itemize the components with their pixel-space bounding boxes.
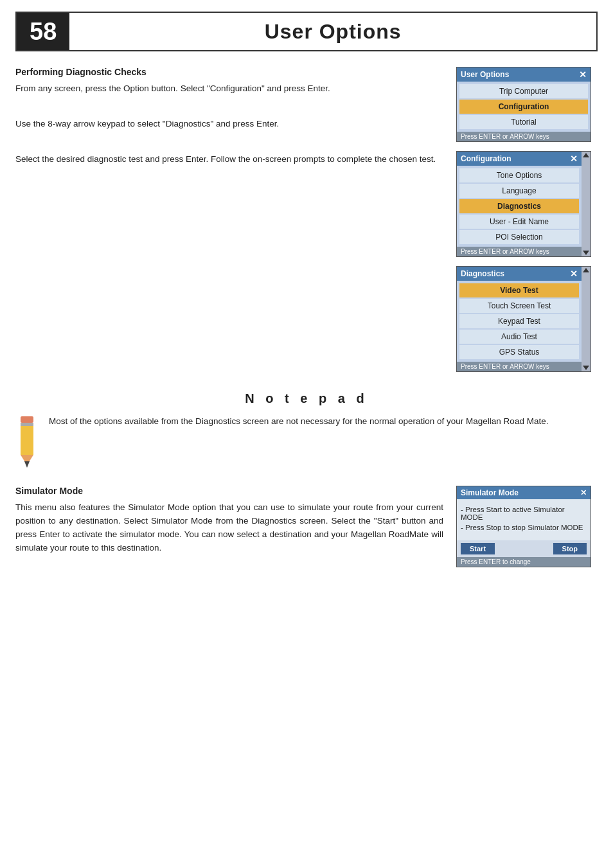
notepad-content: Most of the options available from the D…: [15, 415, 598, 468]
sim-panel-body: - Press Start to active Simulator MODE -…: [457, 499, 591, 540]
config-item-tone[interactable]: Tone Options: [459, 168, 579, 182]
diag-item-gps[interactable]: GPS Status: [459, 345, 579, 359]
diag-close-icon[interactable]: ✕: [570, 269, 578, 279]
simulator-right: Simulator Mode ✕ - Press Start to active…: [456, 486, 598, 567]
config-scrollbar: [582, 152, 591, 256]
sim-close-icon[interactable]: ✕: [580, 488, 587, 497]
diag-scrollbar: [582, 267, 591, 371]
config-body: Tone Options Language Diagnostics User -…: [457, 166, 582, 247]
svg-rect-0: [21, 416, 33, 423]
config-panel-main: Configuration ✕ Tone Options Language Di…: [457, 152, 582, 256]
diag-item-video[interactable]: Video Test: [459, 283, 579, 297]
sim-panel-footer: Press ENTER to change: [457, 557, 591, 567]
diag-header: Diagnostics ✕: [457, 267, 582, 281]
simulator-para: This menu also features the Simulator Mo…: [15, 501, 443, 555]
diag-item-touchscreen[interactable]: Touch Screen Test: [459, 299, 579, 313]
section1-para2: Use the 8-way arrow keypad to select "Di…: [15, 118, 437, 131]
sim-start-button[interactable]: Start: [461, 543, 495, 554]
diag-scroll-down-icon[interactable]: [583, 366, 589, 370]
user-options-close-icon[interactable]: ✕: [579, 69, 587, 80]
diag-item-keypad[interactable]: Keypad Test: [459, 314, 579, 328]
diag-panel-main: Diagnostics ✕ Video Test Touch Screen Te…: [457, 267, 582, 371]
config-title: Configuration: [461, 154, 511, 163]
diagnostics-panel: Diagnostics ✕ Video Test Touch Screen Te…: [456, 266, 591, 372]
user-options-body: Trip Computer Configuration Tutorial: [457, 82, 591, 132]
sim-line2: - Press Stop to stop Simulator MODE: [461, 522, 587, 533]
user-options-item-tutorial[interactable]: Tutorial: [459, 115, 588, 129]
svg-rect-2: [21, 426, 33, 455]
user-options-item-trip[interactable]: Trip Computer: [459, 84, 588, 98]
simulator-left: Simulator Mode This menu also features t…: [15, 486, 443, 567]
config-item-diagnostics[interactable]: Diagnostics: [459, 199, 579, 213]
sim-panel-header: Simulator Mode ✕: [457, 486, 591, 499]
simulator-heading: Simulator Mode: [15, 486, 443, 496]
notepad-section: N o t e p a d Most of the options availa…: [15, 391, 598, 468]
config-scroll-down-icon[interactable]: [583, 251, 589, 255]
notepad-title: N o t e p a d: [15, 391, 598, 406]
svg-rect-1: [21, 423, 33, 426]
diag-title: Diagnostics: [461, 269, 504, 278]
section1-heading: Performing Diagnostic Checks: [15, 67, 437, 77]
diag-scroll-up-icon[interactable]: [583, 268, 589, 272]
user-options-title: User Options: [461, 70, 509, 79]
config-footer: Press ENTER or ARROW keys: [457, 247, 582, 256]
user-options-item-config[interactable]: Configuration: [459, 100, 588, 114]
sim-panel-title: Simulator Mode: [461, 488, 519, 497]
left-column: Performing Diagnostic Checks From any sc…: [15, 67, 443, 372]
simulator-panel: Simulator Mode ✕ - Press Start to active…: [456, 486, 591, 567]
user-options-footer: Press ENTER or ARROW keys: [457, 132, 591, 141]
sim-line1: - Press Start to active Simulator MODE: [461, 504, 587, 522]
config-close-icon[interactable]: ✕: [570, 154, 578, 164]
pencil-icon: [15, 416, 39, 468]
config-item-language[interactable]: Language: [459, 184, 579, 198]
page-header: 58 User Options: [15, 12, 598, 51]
user-options-panel: User Options ✕ Trip Computer Configurati…: [456, 67, 591, 142]
svg-marker-4: [24, 461, 30, 468]
section1-para1: From any screen, press the Option button…: [15, 82, 437, 96]
diag-panel-scroll-container: Diagnostics ✕ Video Test Touch Screen Te…: [457, 267, 591, 371]
sim-panel-buttons: Start Stop: [457, 540, 591, 557]
config-item-editname[interactable]: User - Edit Name: [459, 215, 579, 229]
config-scroll-up-icon[interactable]: [583, 153, 589, 157]
simulator-section: Simulator Mode This menu also features t…: [0, 468, 613, 567]
diag-item-audio[interactable]: Audio Test: [459, 330, 579, 344]
config-header: Configuration ✕: [457, 152, 582, 166]
config-panel-scroll-container: Configuration ✕ Tone Options Language Di…: [457, 152, 591, 256]
page-title: User Options: [69, 13, 596, 50]
page-number: 58: [17, 13, 69, 50]
user-options-header: User Options ✕: [457, 67, 591, 82]
main-content: Performing Diagnostic Checks From any sc…: [0, 51, 613, 372]
config-item-poi[interactable]: POI Selection: [459, 230, 579, 244]
section1-para3: Select the desired diagnostic test and p…: [15, 153, 437, 166]
sim-stop-button[interactable]: Stop: [553, 543, 587, 554]
notepad-text: Most of the options available from the D…: [49, 415, 548, 429]
right-column: User Options ✕ Trip Computer Configurati…: [456, 67, 598, 372]
diag-body: Video Test Touch Screen Test Keypad Test…: [457, 281, 582, 362]
diag-footer: Press ENTER or ARROW keys: [457, 362, 582, 371]
configuration-panel: Configuration ✕ Tone Options Language Di…: [456, 151, 591, 257]
